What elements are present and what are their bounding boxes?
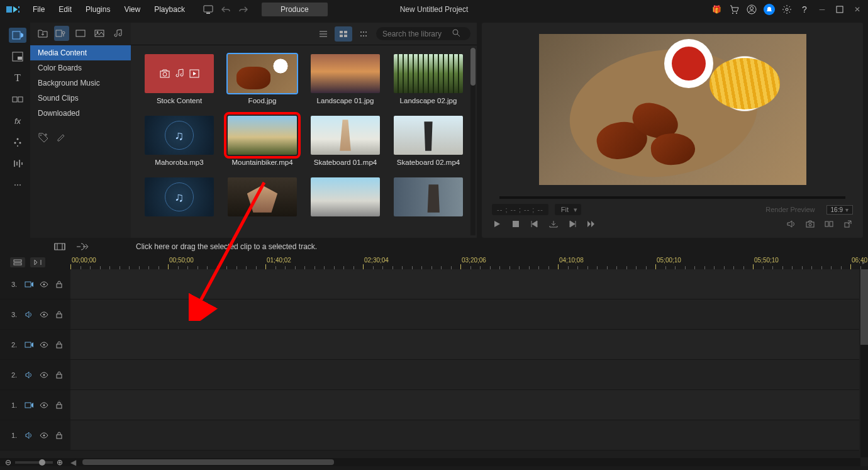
filter-video-icon[interactable]	[73, 26, 88, 41]
filter-video-audio-icon[interactable]	[54, 26, 69, 41]
track-lane[interactable]	[70, 269, 859, 299]
render-preview-button[interactable]: Render Preview	[760, 204, 820, 215]
transition-room-icon[interactable]	[9, 92, 26, 107]
screen-recorder-icon[interactable]	[203, 4, 214, 15]
timeline-track[interactable]: 1.	[0, 390, 859, 420]
zoom-out-icon[interactable]: ⊖	[5, 458, 11, 467]
pip-room-icon[interactable]	[9, 49, 26, 64]
track-visible-icon[interactable]	[39, 310, 49, 319]
thumbnail[interactable]	[311, 116, 380, 155]
fast-forward-icon[interactable]	[586, 219, 596, 229]
filter-image-icon[interactable]	[92, 26, 107, 41]
track-lock-icon[interactable]	[54, 371, 64, 379]
track-lock-icon[interactable]	[54, 310, 64, 319]
search-icon[interactable]	[452, 28, 460, 39]
aspect-ratio-select[interactable]: 16:9▾	[826, 205, 853, 215]
timeline-hscrollbar[interactable]: ⊖ ⊕ ◀	[0, 458, 860, 466]
library-item[interactable]	[388, 177, 469, 220]
nav-background-music[interactable]: Background Music	[30, 76, 131, 91]
help-icon[interactable]: ?	[799, 4, 810, 15]
list-view-icon[interactable]	[314, 26, 332, 42]
grid-small-icon[interactable]	[355, 26, 372, 42]
tracks-area[interactable]: 3.3.2.2.1.1.	[0, 269, 859, 457]
search-input[interactable]	[382, 30, 452, 38]
thumbnail[interactable]	[228, 177, 297, 216]
track-manager-icon[interactable]	[10, 257, 25, 267]
track-visible-icon[interactable]	[39, 280, 49, 289]
nav-sound-clips[interactable]: Sound Clips	[30, 91, 131, 106]
library-item[interactable]: Landscape 02.jpg	[388, 54, 469, 104]
menu-view[interactable]: View	[118, 3, 147, 16]
track-lock-icon[interactable]	[54, 431, 64, 440]
track-visible-icon[interactable]	[39, 431, 49, 440]
notifications-icon[interactable]	[764, 4, 775, 15]
zoom-in-icon[interactable]: ⊕	[57, 458, 63, 467]
library-item[interactable]: Mountainbiker.mp4	[222, 116, 303, 166]
hscroll-thumb[interactable]	[82, 459, 334, 465]
track-lock-icon[interactable]	[54, 340, 64, 349]
produce-button[interactable]: Produce	[262, 3, 328, 16]
prev-frame-icon[interactable]	[530, 219, 540, 229]
next-frame-icon[interactable]	[567, 219, 577, 229]
zoom-fit-select[interactable]: Fit	[555, 204, 581, 215]
grid-large-icon[interactable]	[335, 26, 352, 42]
library-item[interactable]: Landscape 01.jpg	[305, 54, 386, 104]
filter-audio-icon[interactable]	[111, 26, 126, 41]
minimize-icon[interactable]: ─	[816, 4, 828, 15]
media-room-icon[interactable]	[9, 28, 26, 43]
time-ruler[interactable]: 00;00;0000;50;0001;40;0202;30;0403;20;06…	[70, 255, 859, 269]
audio-room-icon[interactable]	[9, 156, 26, 171]
zoom-slider[interactable]	[15, 461, 53, 464]
maximize-icon[interactable]	[834, 4, 845, 15]
thumbnail[interactable]	[311, 54, 380, 93]
title-room-icon[interactable]: T	[9, 70, 26, 86]
library-item[interactable]: ♫	[139, 177, 220, 220]
track-visible-icon[interactable]	[39, 401, 49, 410]
library-item[interactable]: Stock Content	[139, 54, 220, 104]
timeline-track[interactable]: 2.	[0, 360, 859, 390]
library-item[interactable]: ♫Mahoroba.mp3	[139, 116, 220, 166]
library-item[interactable]: Skateboard 01.mp4	[305, 116, 386, 166]
stop-icon[interactable]	[511, 219, 521, 229]
track-lock-icon[interactable]	[54, 401, 64, 410]
tag-icon[interactable]	[38, 132, 49, 144]
thumbnail[interactable]	[145, 54, 214, 93]
auto-cut-icon[interactable]	[75, 241, 89, 252]
close-icon[interactable]: ✕	[852, 4, 863, 15]
thumbnail[interactable]	[394, 177, 463, 216]
volume-icon[interactable]	[786, 219, 796, 229]
nav-downloaded[interactable]: Downloaded	[30, 106, 131, 121]
dual-preview-icon[interactable]	[824, 219, 834, 229]
timeline-vscrollbar[interactable]	[860, 269, 868, 457]
timeline-track[interactable]: 1.	[0, 420, 859, 450]
nav-color-boards[interactable]: Color Boards	[30, 60, 131, 76]
import-media-icon[interactable]	[35, 26, 50, 41]
track-lock-icon[interactable]	[54, 280, 64, 289]
more-rooms-icon[interactable]: ⋯	[9, 177, 26, 193]
track-lane[interactable]	[70, 330, 859, 359]
redo-icon[interactable]	[238, 4, 249, 15]
thumbnail[interactable]: ♫	[145, 177, 214, 216]
snapshot-icon[interactable]	[548, 219, 559, 229]
preview-seekbar[interactable]	[499, 196, 845, 199]
camera-icon[interactable]	[805, 219, 815, 229]
cart-icon[interactable]	[728, 4, 740, 15]
film-strip-icon[interactable]	[53, 241, 67, 252]
track-lane[interactable]	[70, 299, 859, 329]
track-visible-icon[interactable]	[39, 340, 49, 349]
thumbnail[interactable]	[311, 177, 380, 216]
menu-edit[interactable]: Edit	[52, 3, 78, 16]
account-icon[interactable]	[746, 4, 757, 15]
undo-icon[interactable]	[220, 4, 231, 15]
markers-icon[interactable]	[30, 257, 45, 267]
thumbnail[interactable]: ♫	[145, 116, 214, 155]
play-icon[interactable]	[492, 219, 502, 229]
undock-preview-icon[interactable]	[843, 219, 853, 229]
library-scrollbar[interactable]	[470, 48, 476, 235]
fx-room-icon[interactable]: fx	[9, 113, 26, 128]
track-lane[interactable]	[70, 360, 859, 389]
particle-room-icon[interactable]	[9, 135, 26, 150]
track-lane[interactable]	[70, 390, 859, 420]
timeline-track[interactable]: 2.	[0, 330, 859, 360]
timeline-track[interactable]: 3.	[0, 269, 859, 299]
